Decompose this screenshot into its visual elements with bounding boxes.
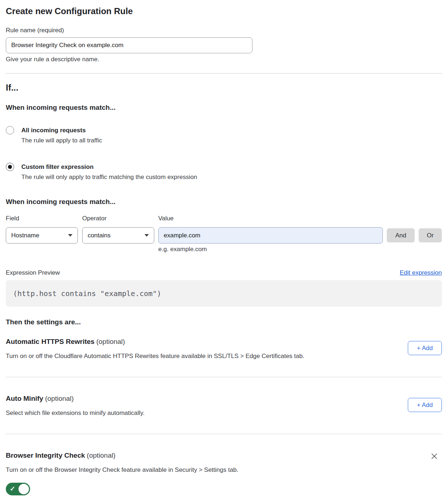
setting-row-browser-integrity-check: Browser Integrity Check(optional) Turn o… (6, 451, 442, 495)
toggle-knob (18, 484, 29, 494)
check-icon: ✓ (10, 486, 15, 492)
or-button[interactable]: Or (419, 228, 442, 242)
rule-name-help: Give your rule a descriptive name. (6, 56, 442, 63)
section-divider (6, 73, 442, 74)
field-select[interactable]: Hostname (6, 227, 78, 244)
create-configuration-rule-form: Create new Configuration Rule Rule name … (0, 0, 448, 495)
close-icon[interactable] (430, 452, 438, 461)
browser-integrity-check-toggle[interactable]: ✓ (6, 483, 30, 495)
expression-builder-row: Field Hostname Operator contains Value e… (6, 215, 442, 253)
radio-button-icon[interactable] (6, 126, 14, 134)
value-label: Value (158, 215, 383, 222)
operator-label: Operator (82, 215, 154, 222)
setting-title: Browser Integrity Check (6, 452, 85, 459)
rule-name-input[interactable] (6, 37, 252, 53)
radio-label: Custom filter expression (21, 163, 197, 171)
value-hint: e.g. example.com (158, 246, 383, 253)
setting-divider (6, 434, 442, 434)
radio-description: The rule will apply to all traffic (21, 137, 102, 144)
radio-label: All incoming requests (21, 126, 102, 134)
setting-description: Turn on or off the Browser Integrity Che… (6, 466, 430, 474)
setting-title: Automatic HTTPS Rewrites (6, 338, 95, 345)
operator-select-value: contains (88, 232, 110, 239)
match-heading: When incoming requests match... (6, 103, 442, 112)
and-button[interactable]: And (387, 228, 415, 242)
setting-divider (6, 377, 442, 377)
rule-name-label: Rule name (required) (6, 27, 442, 34)
setting-optional-tag: (optional) (45, 395, 74, 402)
expression-preview-code: (http.host contains "example.com") (13, 289, 161, 298)
radio-option-custom-filter-expression[interactable]: Custom filter expression The rule will o… (6, 163, 442, 181)
value-input[interactable] (158, 227, 383, 244)
expression-preview-label: Expression Preview (6, 269, 60, 276)
setting-description: Turn on or off the Cloudflare Automatic … (6, 352, 408, 360)
radio-button-icon[interactable] (6, 163, 14, 171)
setting-description: Select which file extensions to minify a… (6, 409, 408, 417)
setting-title: Auto Minify (6, 395, 43, 402)
setting-optional-tag: (optional) (87, 452, 116, 459)
builder-heading: When incoming requests match... (6, 197, 442, 206)
edit-expression-link[interactable]: Edit expression (400, 269, 442, 276)
chevron-down-icon (145, 234, 149, 237)
setting-row-auto-minify: Auto Minify(optional) Select which file … (6, 394, 442, 417)
if-heading: If... (6, 83, 442, 93)
add-auto-minify-button[interactable]: + Add (408, 398, 442, 412)
field-select-value: Hostname (11, 232, 39, 239)
page-title: Create new Configuration Rule (6, 6, 442, 16)
field-label: Field (6, 215, 78, 222)
settings-heading: Then the settings are... (6, 318, 442, 326)
chevron-down-icon (68, 234, 72, 237)
radio-description: The rule will only apply to traffic matc… (21, 173, 197, 181)
setting-row-automatic-https-rewrites: Automatic HTTPS Rewrites(optional) Turn … (6, 337, 442, 360)
expression-preview-code-block: (http.host contains "example.com") (6, 280, 442, 307)
operator-select[interactable]: contains (82, 227, 154, 244)
add-automatic-https-rewrites-button[interactable]: + Add (408, 341, 442, 355)
setting-optional-tag: (optional) (96, 338, 125, 345)
radio-option-all-incoming-requests[interactable]: All incoming requests The rule will appl… (6, 126, 442, 144)
